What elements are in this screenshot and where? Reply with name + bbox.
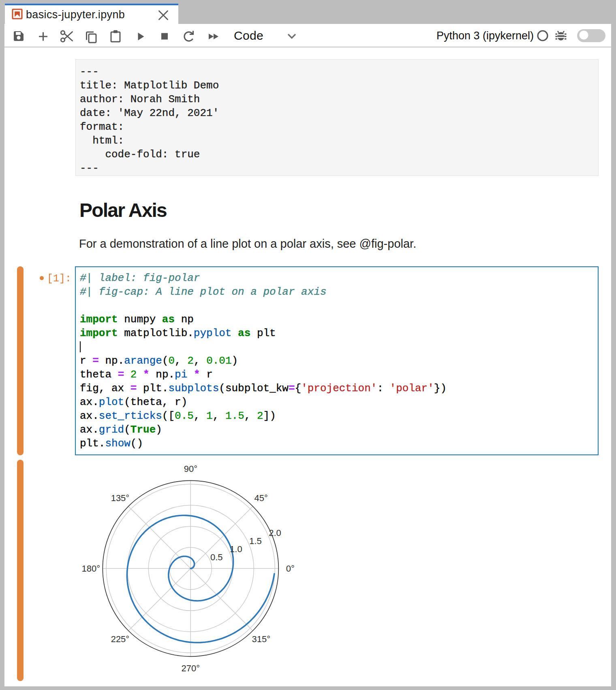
svg-text:315°: 315°: [252, 634, 270, 644]
svg-text:0.5: 0.5: [210, 552, 223, 562]
svg-text:180°: 180°: [82, 564, 101, 574]
svg-text:270°: 270°: [182, 663, 200, 673]
svg-text:2.0: 2.0: [269, 528, 281, 538]
svg-text:1.5: 1.5: [249, 536, 262, 546]
svg-text:135°: 135°: [111, 493, 130, 503]
svg-text:0°: 0°: [286, 564, 295, 574]
svg-text:225°: 225°: [111, 634, 130, 644]
svg-text:90°: 90°: [184, 464, 197, 474]
svg-text:1.0: 1.0: [230, 544, 242, 554]
svg-text:45°: 45°: [255, 493, 268, 503]
